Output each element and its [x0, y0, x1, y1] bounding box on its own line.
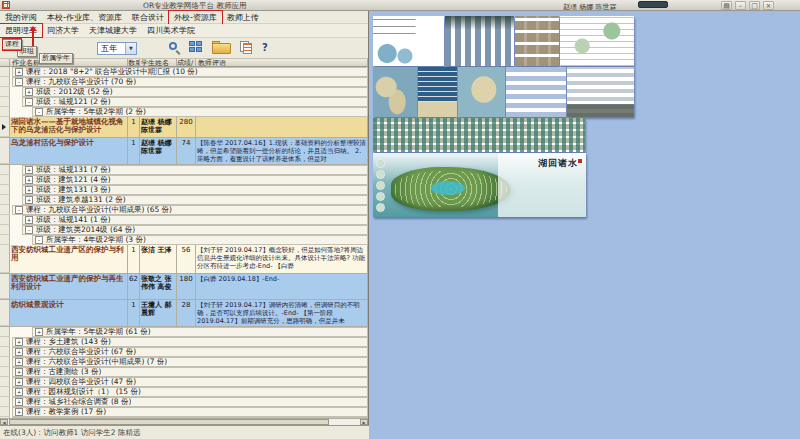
header-count[interactable]: 数量	[128, 59, 140, 66]
board-thumbnail[interactable]	[373, 67, 417, 117]
expand-toggle[interactable]: +	[15, 68, 23, 76]
row-gutter[interactable]	[0, 387, 10, 397]
board-thumbnail[interactable]	[458, 67, 505, 117]
tree-group-row[interactable]: +课程：园林规划设计（1） (15 份)	[0, 387, 368, 397]
tree-group-row[interactable]: +班级：建筑卓越131 (2 份)	[0, 195, 368, 205]
expand-toggle[interactable]: +	[25, 166, 33, 174]
expand-toggle[interactable]: +	[35, 328, 43, 336]
expand-toggle[interactable]: +	[15, 368, 23, 376]
header-students[interactable]: 学生姓名	[140, 59, 177, 66]
menu-joint-design[interactable]: 联合设计	[127, 12, 169, 23]
collapse-toggle[interactable]: -	[25, 98, 33, 106]
row-gutter[interactable]	[0, 195, 10, 205]
expand-toggle[interactable]: +	[25, 216, 33, 224]
collapse-toggle[interactable]: -	[15, 206, 23, 214]
tree-group-row[interactable]: +班级：建筑121 (4 份)	[0, 175, 368, 185]
row-gutter[interactable]	[0, 205, 10, 215]
tree-group-row[interactable]: +课程：教学案例 (17 份)	[0, 407, 368, 417]
tree-group-row[interactable]: -所属学年：4年级2学期 (3 份)	[0, 235, 368, 245]
search-icon[interactable]	[168, 41, 182, 55]
tree-group-row[interactable]: +班级：建筑131 (3 份)	[0, 185, 368, 195]
row-gutter[interactable]	[0, 107, 10, 117]
tab-sichuan-fine-arts[interactable]: 四川美术学院	[142, 25, 200, 36]
board-thumbnail[interactable]	[567, 67, 634, 117]
row-gutter[interactable]	[0, 274, 10, 299]
help-icon[interactable]: ?	[262, 41, 268, 55]
expand-toggle[interactable]: +	[15, 348, 23, 356]
board-thumbnail[interactable]	[373, 118, 585, 152]
row-gutter[interactable]	[0, 235, 10, 245]
tree-group-row[interactable]: -课程：九校联合毕业设计(中期成果) (65 份)	[0, 205, 368, 215]
collapse-toggle[interactable]: -	[25, 226, 33, 234]
row-gutter[interactable]	[0, 165, 10, 175]
tree-group-row[interactable]: +班级：城规131 (7 份)	[0, 165, 368, 175]
header-grade[interactable]: 成绩/	[177, 59, 196, 66]
menu-teacher-upload[interactable]: 教师上传	[222, 12, 264, 23]
row-gutter[interactable]	[0, 377, 10, 387]
close-button[interactable]: ×	[763, 1, 774, 10]
work-row[interactable]: 纺织城景观设计1王墉人 郝晨辉28【刘子轩 2019.04.17】调研内容清晰，…	[0, 300, 368, 327]
expand-toggle[interactable]: +	[15, 378, 23, 386]
row-gutter[interactable]	[0, 175, 10, 185]
expand-toggle[interactable]: +	[15, 338, 23, 346]
row-gutter[interactable]	[0, 397, 10, 407]
row-gutter[interactable]	[0, 357, 10, 367]
work-row[interactable]: 乌龙浦村活化与保护设计1赵璟 杨娜 陈世霖74【陈春华 2017.04.16】1…	[0, 138, 368, 165]
board-thumbnail[interactable]	[373, 16, 444, 66]
row-gutter[interactable]	[0, 367, 10, 377]
row-gutter[interactable]	[0, 215, 10, 225]
row-gutter[interactable]	[0, 97, 10, 107]
menu-local-library[interactable]: 本校-作业库、资源库	[42, 12, 127, 23]
minimize-button[interactable]: –	[735, 1, 746, 10]
tree-group-row[interactable]: +课程：乡土建筑 (143 份)	[0, 337, 368, 347]
row-gutter[interactable]	[0, 337, 10, 347]
tree-group-row[interactable]: +课程：六校联合毕业设计 (67 份)	[0, 347, 368, 357]
work-row[interactable]: 湖回诸水——基于就地城镇化视角下的乌龙浦活化与保护设计1赵璟 杨娜 陈世霖280	[0, 117, 368, 138]
tree-group-row[interactable]: +班级：2012级 (52 份)	[0, 87, 368, 97]
board-thumbnail[interactable]	[560, 16, 634, 66]
expand-toggle[interactable]: +	[25, 186, 33, 194]
collapse-toggle[interactable]: -	[15, 78, 23, 86]
window-menu-button[interactable]: ▤	[721, 1, 732, 10]
copy-icon[interactable]	[240, 41, 254, 55]
row-gutter[interactable]	[0, 67, 10, 77]
row-gutter[interactable]	[0, 327, 10, 337]
tree-group-row[interactable]: -班级：城规121 (2 份)	[0, 97, 368, 107]
tree-group-row[interactable]: +课程：四校联合毕业设计 (47 份)	[0, 377, 368, 387]
expand-toggle[interactable]: +	[25, 88, 33, 96]
row-gutter[interactable]	[0, 225, 10, 235]
tree-group-row[interactable]: +课程：六校联合毕业设计(中期成果) (7 份)	[0, 357, 368, 367]
tree-group-row[interactable]: -课程：九校联合毕业设计 (70 份)	[0, 77, 368, 87]
header-comment[interactable]: 教师评语	[196, 59, 368, 66]
collapse-toggle[interactable]: -	[35, 108, 43, 116]
year-filter-dropdown[interactable]: 五年 ▼	[97, 42, 137, 55]
expand-toggle[interactable]: +	[25, 196, 33, 204]
work-row[interactable]: 西安纺织城工业遗产的保护与再生利用设计62张敬之 张伟伟 高俊180【白骅 20…	[0, 274, 368, 300]
open-folder-icon[interactable]	[212, 41, 231, 54]
tree-group-row[interactable]: -所属学年：5年级2学期 (2 份)	[0, 107, 368, 117]
tree-group-row[interactable]: +课程：2018 "8+2" 联合毕业设计中期汇报 (10 份)	[0, 67, 368, 77]
row-gutter[interactable]	[0, 77, 10, 87]
row-gutter[interactable]	[0, 347, 10, 357]
tree-group-row[interactable]: +课程：城乡社会综合调查 (8 份)	[0, 397, 368, 407]
board-thumbnail[interactable]	[445, 16, 514, 66]
tree-group-row[interactable]: -班级：建筑类2014级 (64 份)	[0, 225, 368, 235]
menu-external-resource-library[interactable]: 外校-资源库	[169, 12, 222, 23]
board-thumbnail[interactable]	[418, 67, 457, 117]
tab-tianjin-chengjian[interactable]: 天津城建大学	[84, 25, 142, 36]
work-row[interactable]: 西安纺织城工业遗产区的保护与利用1张洁 王泽56【刘子轩 2019.04.17】…	[0, 245, 368, 274]
maximize-button[interactable]: □	[749, 1, 760, 10]
row-gutter[interactable]	[0, 138, 10, 164]
collapse-toggle[interactable]: -	[35, 236, 43, 244]
expand-toggle[interactable]: +	[15, 388, 23, 396]
titlebar-dark-badge[interactable]	[638, 1, 668, 8]
board-thumbnail[interactable]	[515, 16, 559, 66]
grid-view-icon[interactable]	[189, 41, 203, 54]
expand-toggle[interactable]: +	[25, 176, 33, 184]
chevron-down-icon[interactable]: ▼	[125, 43, 136, 54]
tree-group-row[interactable]: +所属学年：5年级2学期 (61 份)	[0, 327, 368, 337]
row-gutter[interactable]	[0, 407, 10, 417]
tree-group-row[interactable]: +课程：古建测绘 (3 份)	[0, 367, 368, 377]
row-gutter[interactable]	[0, 300, 10, 326]
row-gutter[interactable]	[0, 185, 10, 195]
